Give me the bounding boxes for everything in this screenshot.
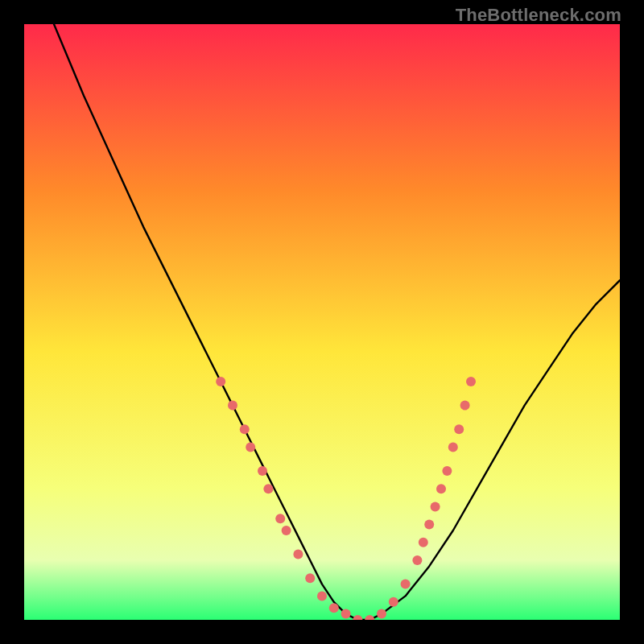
data-marker bbox=[436, 484, 446, 493]
data-marker bbox=[228, 401, 237, 411]
data-marker bbox=[263, 484, 273, 493]
data-marker bbox=[412, 555, 422, 565]
data-marker bbox=[353, 615, 362, 620]
data-marker bbox=[216, 377, 225, 386]
chart-frame: TheBottleneck.com bbox=[0, 0, 644, 644]
data-marker bbox=[329, 603, 339, 613]
data-marker bbox=[282, 526, 291, 535]
data-marker bbox=[389, 597, 398, 607]
data-marker bbox=[258, 466, 267, 476]
data-marker bbox=[377, 609, 386, 619]
data-marker bbox=[442, 466, 452, 476]
data-marker bbox=[317, 591, 327, 601]
data-marker bbox=[454, 424, 464, 434]
data-marker bbox=[424, 520, 434, 530]
data-marker bbox=[246, 442, 255, 452]
curve-layer bbox=[24, 24, 620, 620]
watermark-label: TheBottleneck.com bbox=[456, 5, 621, 26]
data-markers bbox=[216, 377, 476, 620]
data-marker bbox=[460, 401, 470, 411]
data-marker bbox=[365, 615, 374, 620]
data-marker bbox=[401, 580, 411, 589]
data-marker bbox=[305, 573, 315, 583]
data-marker bbox=[419, 538, 428, 547]
data-marker bbox=[431, 502, 440, 511]
plot-area bbox=[24, 24, 620, 620]
data-marker bbox=[466, 377, 476, 386]
data-marker bbox=[240, 424, 250, 434]
bottleneck-curve bbox=[54, 24, 620, 620]
data-marker bbox=[275, 514, 285, 523]
data-marker bbox=[448, 442, 458, 452]
data-marker bbox=[293, 550, 303, 559]
data-marker bbox=[341, 609, 351, 619]
